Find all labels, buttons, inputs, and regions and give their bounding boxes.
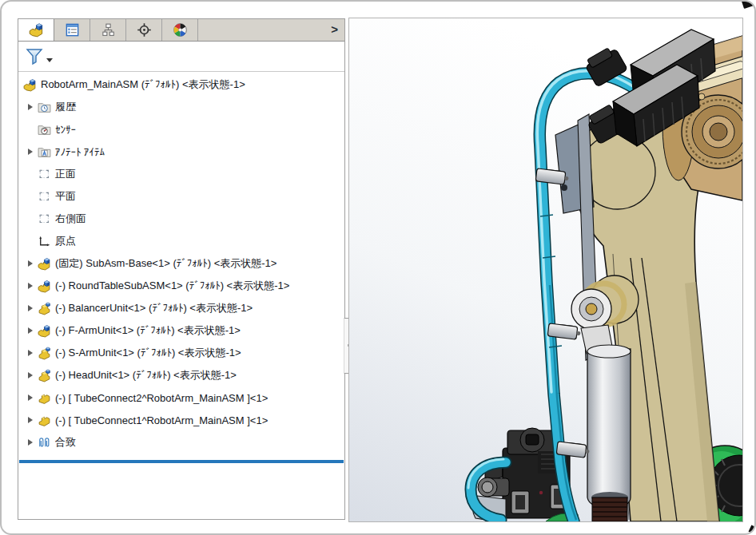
tree-item-label: 合致	[55, 435, 76, 450]
part-icon	[38, 391, 51, 405]
expander-icon[interactable]	[25, 280, 36, 291]
tree-item-label: 正面	[55, 167, 76, 181]
feature-manager-panel: > RobotArm_MainASM (ﾃﾞﾌｫﾙﾄ) <表示状態-1> 履歴 …	[18, 18, 345, 520]
tree-item-label: (-) HeadUnit<1> (ﾃﾞﾌｫﾙﾄ) <表示状態-1>	[55, 368, 237, 382]
configuration-tab-icon	[101, 22, 116, 38]
expander-icon[interactable]	[25, 303, 36, 314]
tree-item-label: (-) F-ArmUnit<1> (ﾃﾞﾌｫﾙﾄ) <表示状態-1>	[55, 323, 241, 338]
mates-paperclip-icon	[38, 436, 51, 450]
tree-item-roundtable-subasm[interactable]: (-) RoundTableSubASM<1> (ﾃﾞﾌｫﾙﾄ) <表示状態-1…	[18, 275, 344, 297]
expander-icon[interactable]	[25, 347, 36, 359]
tree-item-head-unit[interactable]: (-) HeadUnit<1> (ﾃﾞﾌｫﾙﾄ) <表示状態-1>	[18, 364, 344, 386]
filter-funnel-icon[interactable]	[25, 47, 44, 66]
tree-item-balancer-unit[interactable]: (-) BalancerUnit<1> (ﾃﾞﾌｫﾙﾄ) <表示状態-1>	[18, 297, 344, 319]
tree-item-tubeconnect2[interactable]: (-) [ TubeConnect2^RobotArm_MainASM ]<1>	[18, 386, 344, 409]
tree-item-label: 平面	[55, 189, 76, 204]
plane-icon	[38, 168, 51, 181]
tree-item-label: 原点	[55, 234, 76, 248]
graphics-viewport[interactable]	[348, 18, 743, 522]
part-assembly-icon	[38, 369, 51, 382]
assembly-icon	[38, 279, 51, 293]
sensors-folder-icon	[38, 123, 51, 137]
tab-configurationmanager[interactable]	[90, 19, 126, 41]
tab-dimxpertmanager[interactable]	[126, 19, 162, 41]
tree-item-subasm-base[interactable]: (固定) SubAsm-Base<1> (ﾃﾞﾌｫﾙﾄ) <表示状態-1>	[18, 252, 344, 275]
part-assembly-icon	[38, 302, 51, 315]
plane-icon	[38, 212, 51, 226]
tree-item-mates[interactable]: 合致	[18, 431, 344, 454]
tree-item-label: ｾﾝｻｰ	[55, 124, 76, 136]
dimxpert-tab-icon	[137, 22, 152, 38]
part-assembly-icon	[38, 347, 51, 360]
tree-item-label: (-) [ TubeConnect1^RobotArm_MainASM ]<1>	[55, 414, 268, 426]
solidworks-window: > RobotArm_MainASM (ﾃﾞﾌｫﾙﾄ) <表示状態-1> 履歴 …	[0, 0, 756, 535]
expander-icon[interactable]	[25, 325, 36, 336]
assembly-icon	[23, 78, 37, 92]
expander-icon[interactable]	[25, 414, 36, 426]
plane-icon	[38, 190, 51, 204]
robot-arm-model	[349, 18, 742, 521]
origin-icon	[38, 235, 51, 248]
tree-item-label: (-) S-ArmUnit<1> (ﾃﾞﾌｫﾙﾄ) <表示状態-1>	[55, 346, 241, 360]
tree-item-top-plane[interactable]: 平面	[18, 185, 344, 208]
display-tab-icon	[173, 22, 188, 38]
tree-item-right-plane[interactable]: 右側面	[18, 208, 344, 230]
expander-icon[interactable]	[25, 392, 36, 403]
panel-tab-bar: >	[18, 19, 344, 42]
assembly-tab-icon	[29, 22, 44, 38]
tree-item-label: ｱﾉﾃｰﾄ ｱｲﾃﾑ	[55, 146, 105, 158]
tree-item-s-arm-unit[interactable]: (-) S-ArmUnit<1> (ﾃﾞﾌｫﾙﾄ) <表示状態-1>	[18, 342, 344, 364]
tree-item-label: RobotArm_MainASM (ﾃﾞﾌｫﾙﾄ) <表示状態-1>	[41, 77, 245, 92]
expander-icon[interactable]	[25, 146, 36, 157]
expander-icon[interactable]	[25, 258, 36, 269]
assembly-icon	[38, 324, 51, 338]
tab-propertymanager[interactable]	[54, 19, 90, 41]
property-tab-icon	[65, 22, 80, 38]
tree-item-root[interactable]: RobotArm_MainASM (ﾃﾞﾌｫﾙﾄ) <表示状態-1>	[18, 73, 344, 96]
expander-icon[interactable]	[25, 101, 36, 113]
history-folder-icon	[38, 101, 51, 114]
rollback-bar[interactable]	[19, 460, 344, 463]
cropped-ui-fragment-top-right	[742, 0, 756, 9]
tree-item-history-folder[interactable]: 履歴	[18, 96, 344, 118]
filter-dropdown-caret-icon[interactable]	[46, 58, 53, 62]
tree-item-front-plane[interactable]: 正面	[18, 163, 344, 185]
tree-item-sensors-folder[interactable]: ｾﾝｻｰ	[18, 118, 344, 141]
balancer-cylinder[interactable]	[587, 345, 631, 521]
cropped-ui-fragment-bottom-right	[749, 525, 756, 535]
tree-item-label: 右側面	[55, 212, 86, 226]
tree-item-tubeconnect1[interactable]: (-) [ TubeConnect1^RobotArm_MainASM ]<1>	[18, 409, 344, 431]
tree-item-annotations-folder[interactable]: ｱﾉﾃｰﾄ ｱｲﾃﾑ	[18, 141, 344, 163]
feature-tree: RobotArm_MainASM (ﾃﾞﾌｫﾙﾄ) <表示状態-1> 履歴 ｾﾝ…	[18, 72, 344, 463]
tree-item-label: (-) BalancerUnit<1> (ﾃﾞﾌｫﾙﾄ) <表示状態-1>	[55, 301, 253, 315]
expander-icon[interactable]	[25, 370, 36, 381]
tab-overflow-arrow[interactable]: >	[331, 22, 338, 38]
tree-item-label: (-) [ TubeConnect2^RobotArm_MainASM ]<1>	[55, 392, 268, 404]
annotations-folder-icon	[38, 145, 51, 159]
tab-displaymanager[interactable]	[162, 19, 198, 41]
tree-item-f-arm-unit[interactable]: (-) F-ArmUnit<1> (ﾃﾞﾌｫﾙﾄ) <表示状態-1>	[18, 319, 344, 342]
filter-bar	[18, 42, 344, 72]
assembly-icon	[38, 257, 51, 271]
tree-item-label: (-) RoundTableSubASM<1> (ﾃﾞﾌｫﾙﾄ) <表示状態-1…	[55, 279, 289, 293]
tree-item-origin[interactable]: 原点	[18, 230, 344, 252]
part-icon	[38, 414, 51, 427]
tab-featuremanager[interactable]	[18, 19, 54, 41]
tree-item-label: (固定) SubAsm-Base<1> (ﾃﾞﾌｫﾙﾄ) <表示状態-1>	[55, 256, 277, 271]
tree-item-label: 履歴	[55, 100, 76, 114]
expander-icon[interactable]	[25, 437, 36, 448]
